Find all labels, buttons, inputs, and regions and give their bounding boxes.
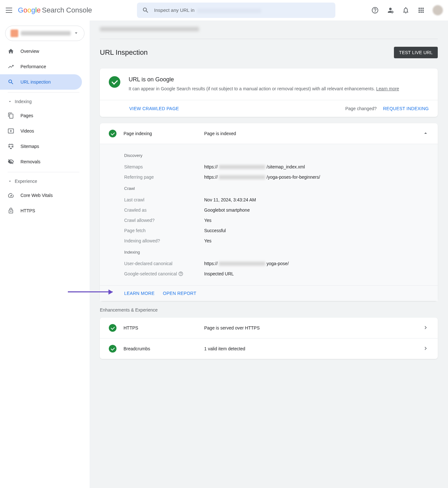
verdict-card: URL is on Google It can appear in Google… — [100, 69, 438, 117]
check-icon — [109, 345, 116, 353]
search-input[interactable]: Inspect any URL in — [137, 3, 335, 18]
sitemaps-value: https:///sitemap_index.xml — [204, 164, 429, 169]
learn-more-button[interactable]: LEARN MORE — [124, 291, 155, 296]
section-indexing: Indexing — [124, 250, 429, 255]
crawled-as-label: Crawled as — [124, 207, 204, 213]
google-canonical-label: Google-selected canonical — [124, 271, 204, 276]
product-name: Search Console — [42, 6, 92, 14]
user-canonical-value: https://yoga-pose/ — [204, 261, 429, 266]
chevron-down-icon — [8, 179, 12, 183]
page-fetch-value: Successful — [204, 228, 429, 233]
user-settings-icon[interactable] — [387, 6, 394, 14]
sidebar-item-label: Sitemaps — [20, 144, 39, 149]
chevron-down-icon — [8, 99, 12, 104]
help-icon[interactable] — [371, 6, 379, 14]
sidebar-item-label: Core Web Vitals — [20, 193, 53, 198]
crawled-as-value: Googlebot smartphone — [204, 207, 429, 213]
breadcrumbs-row[interactable]: Breadcrumbs 1 valid item detected — [100, 338, 438, 359]
page-title: URL Inspection — [100, 48, 148, 57]
indexing-allowed-value: Yes — [204, 238, 429, 243]
pages-icon — [8, 112, 14, 119]
chevron-right-icon — [422, 324, 429, 332]
https-value: Page is served over HTTPS — [204, 325, 415, 330]
chevron-down-icon — [73, 30, 79, 37]
sidebar-item-label: Videos — [20, 128, 34, 134]
enhancements-header: Enhancements & Experience — [100, 307, 438, 313]
sidebar-section-experience[interactable]: Experience — [0, 175, 90, 188]
verdict-subtitle: It can appear in Google Search results (… — [129, 85, 399, 92]
header: Google Search Console Inspect any URL in — [0, 0, 448, 20]
sidebar-item-removals[interactable]: Removals — [0, 154, 82, 169]
sitemaps-label: Sitemaps — [124, 164, 204, 169]
last-crawl-value: Nov 11, 2024, 3:43:24 AM — [204, 197, 429, 202]
check-icon — [109, 130, 116, 137]
enhancements-card: HTTPS Page is served over HTTPS Breadcru… — [100, 318, 438, 359]
video-icon — [8, 128, 14, 134]
indexing-allowed-label: Indexing allowed? — [124, 238, 204, 243]
search-icon — [8, 79, 14, 85]
google-canonical-value: Inspected URL — [204, 271, 429, 276]
sidebar-item-label: HTTPS — [20, 208, 35, 213]
sidebar-item-cwv[interactable]: Core Web Vitals — [0, 188, 82, 203]
learn-more-link[interactable]: Learn more — [376, 86, 399, 91]
sidebar-item-label: Overview — [20, 49, 39, 54]
home-icon — [8, 48, 14, 54]
crawl-allowed-value: Yes — [204, 218, 429, 223]
sidebar-item-overview[interactable]: Overview — [0, 44, 82, 59]
referring-page-value: https:///yoga-poses-for-beginners/ — [204, 175, 429, 180]
sidebar-item-label: Performance — [20, 64, 46, 69]
notifications-icon[interactable] — [402, 6, 410, 14]
sidebar-item-label: URL inspection — [20, 79, 51, 85]
speed-icon — [8, 192, 14, 199]
request-indexing-button[interactable]: REQUEST INDEXING — [383, 106, 429, 111]
panel-value: Page is indexed — [204, 131, 415, 136]
search-domain-redacted — [197, 9, 261, 13]
page-indexing-card: Page indexing Page is indexed Discovery … — [100, 123, 438, 301]
sidebar-item-https[interactable]: HTTPS — [0, 203, 82, 218]
sidebar-section-indexing[interactable]: Indexing — [0, 95, 90, 108]
check-icon — [109, 324, 116, 332]
test-live-url-button[interactable]: TEST LIVE URL — [394, 47, 438, 58]
sidebar: Overview Performance URL inspection Inde… — [0, 20, 90, 488]
breadcrumbs-value: 1 valid item detected — [204, 346, 415, 351]
section-crawl: Crawl — [124, 186, 429, 191]
last-crawl-label: Last crawl — [124, 197, 204, 202]
sidebar-item-performance[interactable]: Performance — [0, 59, 82, 74]
sidebar-item-url-inspection[interactable]: URL inspection — [0, 74, 82, 90]
search-placeholder: Inspect any URL in — [154, 7, 195, 13]
logo[interactable]: Google Search Console — [18, 6, 92, 14]
page-fetch-label: Page fetch — [124, 228, 204, 233]
crawl-allowed-label: Crawl allowed? — [124, 218, 204, 223]
property-favicon — [11, 29, 18, 37]
sidebar-item-pages[interactable]: Pages — [0, 108, 82, 123]
open-report-button[interactable]: OPEN REPORT — [163, 291, 196, 296]
help-icon[interactable] — [178, 271, 183, 276]
check-icon — [109, 76, 120, 88]
main-content: URL Inspection TEST LIVE URL URL is on G… — [90, 20, 448, 488]
sidebar-item-videos[interactable]: Videos — [0, 123, 82, 139]
annotation-arrow — [68, 291, 113, 292]
removals-icon — [8, 159, 14, 165]
chevron-up-icon — [422, 130, 429, 137]
hamburger-menu-icon[interactable] — [5, 6, 13, 14]
referring-page-label: Referring page — [124, 175, 204, 180]
chevron-right-icon — [422, 345, 429, 353]
page-indexing-header[interactable]: Page indexing Page is indexed — [100, 123, 438, 144]
sidebar-item-sitemaps[interactable]: Sitemaps — [0, 139, 82, 154]
property-name-redacted — [21, 31, 71, 36]
breadcrumb — [100, 20, 438, 39]
sidebar-item-label: Pages — [20, 113, 33, 118]
section-discovery: Discovery — [124, 153, 429, 158]
property-selector[interactable] — [5, 26, 84, 41]
verdict-title: URL is on Google — [129, 76, 399, 83]
sidebar-item-label: Removals — [20, 159, 40, 164]
sitemap-icon — [8, 143, 14, 150]
apps-icon[interactable] — [417, 6, 425, 14]
https-row[interactable]: HTTPS Page is served over HTTPS — [100, 318, 438, 338]
lock-icon — [8, 207, 14, 214]
https-label: HTTPS — [124, 325, 197, 330]
avatar[interactable] — [433, 5, 443, 15]
breadcrumbs-label: Breadcrumbs — [124, 346, 197, 351]
panel-label: Page indexing — [124, 131, 197, 136]
view-crawled-page-button[interactable]: VIEW CRAWLED PAGE — [129, 106, 179, 111]
